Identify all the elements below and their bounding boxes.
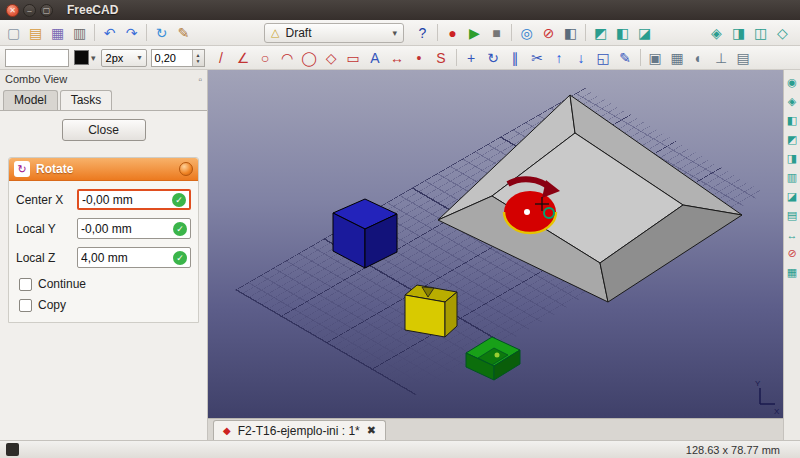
redo-icon[interactable]: ↷ xyxy=(121,22,142,43)
document-tab[interactable]: ◆ F2-T16-ejemplo-ini : 1* ✖ xyxy=(213,420,386,440)
open-document-icon[interactable]: ▤ xyxy=(25,22,46,43)
whats-this-icon[interactable]: ? xyxy=(412,22,433,43)
continue-checkbox[interactable] xyxy=(19,278,32,291)
axis-x-label: X xyxy=(774,407,780,416)
close-tab-icon[interactable]: ✖ xyxy=(367,424,376,437)
line-color-swatch[interactable] xyxy=(74,50,89,65)
freecad-doc-icon: ◆ xyxy=(223,425,231,436)
front-view-icon[interactable]: ◧ xyxy=(612,22,633,43)
local-y-label: Local Y xyxy=(16,222,72,236)
draft-circle-icon[interactable]: ○ xyxy=(255,47,276,68)
top-view-icon[interactable]: ◪ xyxy=(634,22,655,43)
refresh-icon[interactable]: ↻ xyxy=(151,22,172,43)
titlebar: ✕ – ▢ FreeCAD xyxy=(0,0,800,20)
window-minimize-button[interactable]: – xyxy=(23,4,36,17)
chevron-down-icon: ▾ xyxy=(392,28,397,38)
center-x-row: Center X ✓ xyxy=(11,185,196,214)
toggle-grid-icon[interactable]: ▤ xyxy=(733,47,754,68)
save-document-icon[interactable]: ▦ xyxy=(47,22,68,43)
fit-all-icon[interactable]: ◉ xyxy=(785,75,800,90)
draft-scale-icon[interactable]: ◱ xyxy=(593,47,614,68)
draft-wire-icon[interactable]: ∠ xyxy=(233,47,254,68)
scale-spinbox[interactable]: 0,20 ▲ ▼ xyxy=(151,49,205,67)
macro-play-icon[interactable]: ▶ xyxy=(464,22,485,43)
rear-view-icon[interactable]: ▥ xyxy=(785,170,800,185)
draft-upgrade-icon[interactable]: ↑ xyxy=(549,47,570,68)
zoom-region-icon[interactable]: ◎ xyxy=(516,22,537,43)
center-x-input[interactable]: ✓ xyxy=(77,189,191,210)
pyramid-solid[interactable] xyxy=(438,95,742,302)
macro-stop-icon[interactable]: ■ xyxy=(486,22,507,43)
window-maximize-button[interactable]: ▢ xyxy=(40,4,53,17)
local-z-row: Local Z ✓ xyxy=(11,243,196,272)
snap-grid-icon[interactable]: ▦ xyxy=(667,47,688,68)
clipping-icon[interactable]: ⊘ xyxy=(785,246,800,261)
draft-ellipse-icon[interactable]: ◯ xyxy=(299,47,320,68)
home-view-icon[interactable]: ◈ xyxy=(706,22,727,43)
bottom-view-icon[interactable]: ◪ xyxy=(785,189,800,204)
tab-tasks[interactable]: Tasks xyxy=(60,90,113,110)
draft-rotate-icon[interactable]: ↻ xyxy=(483,47,504,68)
undo-icon[interactable]: ↶ xyxy=(99,22,120,43)
spinner-arrows[interactable]: ▲ ▼ xyxy=(192,50,204,66)
draft-arc-icon[interactable]: ◠ xyxy=(277,47,298,68)
macro-record-icon[interactable]: ● xyxy=(442,22,463,43)
left-view-icon[interactable]: ◇ xyxy=(772,22,793,43)
texture-view-icon[interactable]: ▦ xyxy=(785,265,800,280)
snap-midpoint-icon[interactable]: ◐ xyxy=(689,47,710,68)
draw-style-icon[interactable]: ◧ xyxy=(560,22,581,43)
spin-down-icon[interactable]: ▼ xyxy=(196,58,201,64)
blue-cube[interactable] xyxy=(333,199,397,268)
copy-checkbox-row[interactable]: Copy xyxy=(11,293,196,314)
axonometric-view-icon[interactable]: ◈ xyxy=(785,94,800,109)
draft-rectangle-icon[interactable]: ▭ xyxy=(343,47,364,68)
draft-polygon-icon[interactable]: ◇ xyxy=(321,47,342,68)
print-icon[interactable]: ▥ xyxy=(69,22,90,43)
top-view-icon[interactable]: ◩ xyxy=(785,132,800,147)
draft-move-icon[interactable]: + xyxy=(461,47,482,68)
copy-checkbox[interactable] xyxy=(19,299,32,312)
green-arrow-solid[interactable] xyxy=(466,337,520,380)
3d-viewport[interactable]: Y X xyxy=(208,70,783,418)
draft-line-icon[interactable]: / xyxy=(211,47,232,68)
clipping-plane-icon[interactable]: ⊘ xyxy=(538,22,559,43)
rotate-panel-header[interactable]: ↻ Rotate xyxy=(9,158,198,181)
new-document-icon[interactable]: ▢ xyxy=(3,22,24,43)
line-width-select[interactable]: 2px ▾ xyxy=(101,49,147,67)
yellow-box[interactable] xyxy=(405,285,457,337)
undock-icon[interactable]: ▫ xyxy=(198,74,202,85)
snap-perpendicular-icon[interactable]: ⊥ xyxy=(711,47,732,68)
draft-command-input[interactable] xyxy=(5,49,69,67)
local-y-value[interactable] xyxy=(81,222,173,236)
box-front-face[interactable] xyxy=(405,295,445,337)
draft-dimension-icon[interactable]: ↔ xyxy=(387,47,408,68)
tab-model[interactable]: Model xyxy=(3,90,58,110)
front-view-icon[interactable]: ◧ xyxy=(785,113,800,128)
draft-trimex-icon[interactable]: ✂ xyxy=(527,47,548,68)
local-y-input[interactable]: ✓ xyxy=(77,218,191,239)
workbench-selector[interactable]: △ Draft ▾ xyxy=(264,23,404,43)
draft-point-icon[interactable]: • xyxy=(409,47,430,68)
local-z-input[interactable]: ✓ xyxy=(77,247,191,268)
rear-view-icon[interactable]: ◨ xyxy=(728,22,749,43)
left-view-icon[interactable]: ▤ xyxy=(785,208,800,223)
snap-lock-icon[interactable]: ▣ xyxy=(645,47,666,68)
center-x-value[interactable] xyxy=(82,193,172,207)
draft-offset-icon[interactable]: ∥ xyxy=(505,47,526,68)
window-close-button[interactable]: ✕ xyxy=(6,4,19,17)
local-z-value[interactable] xyxy=(81,251,173,265)
isometric-view-icon[interactable]: ◩ xyxy=(590,22,611,43)
color-dropdown-icon[interactable]: ▾ xyxy=(91,53,96,63)
edit-icon[interactable]: ✎ xyxy=(173,22,194,43)
bottom-view-icon[interactable]: ◫ xyxy=(750,22,771,43)
navigation-style-button[interactable] xyxy=(6,443,19,456)
draft-bspline-icon[interactable]: S xyxy=(431,47,452,68)
draft-text-icon[interactable]: A xyxy=(365,47,386,68)
measure-distance-icon[interactable]: ↔ xyxy=(785,227,800,242)
draft-edit-icon[interactable]: ✎ xyxy=(615,47,636,68)
right-view-icon[interactable]: ◨ xyxy=(785,151,800,166)
collapse-panel-button[interactable] xyxy=(179,162,193,176)
close-task-button[interactable]: Close xyxy=(62,119,146,141)
draft-downgrade-icon[interactable]: ↓ xyxy=(571,47,592,68)
continue-checkbox-row[interactable]: Continue xyxy=(11,272,196,293)
